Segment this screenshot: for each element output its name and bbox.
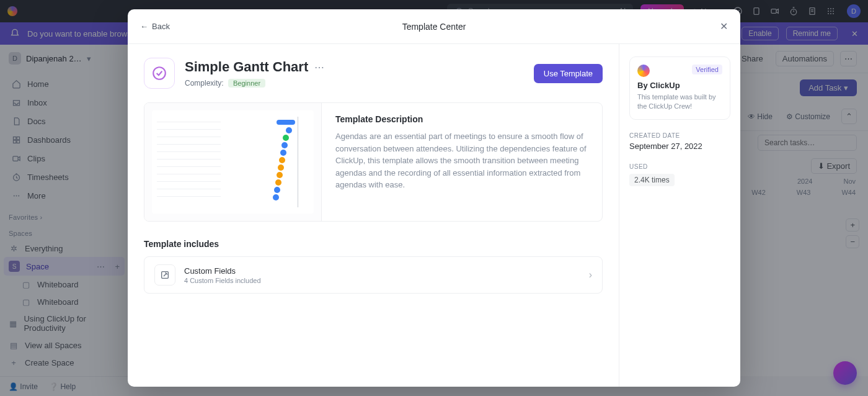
- template-icon: [144, 58, 175, 89]
- include-item-custom-fields[interactable]: Custom Fields 4 Custom Fields included ›: [144, 256, 603, 294]
- author-description: This template was built by the ClickUp C…: [637, 92, 722, 112]
- template-name: Simple Gantt Chart: [185, 59, 308, 75]
- clickup-logo-icon: [637, 65, 650, 77]
- template-center-modal: ← Back Template Center ✕ Simple Gantt Ch…: [128, 9, 740, 387]
- description-heading: Template Description: [335, 114, 588, 124]
- created-date-label: CREATED DATE: [629, 132, 730, 139]
- complexity-badge: Beginner: [228, 79, 265, 88]
- custom-fields-icon: [154, 264, 175, 286]
- svg-point-24: [153, 67, 166, 79]
- modal-overlay: ← Back Template Center ✕ Simple Gantt Ch…: [0, 0, 868, 396]
- close-button[interactable]: ✕: [720, 20, 728, 32]
- arrow-left-icon: ←: [140, 22, 148, 31]
- modal-title: Template Center: [402, 22, 466, 32]
- use-template-button[interactable]: Use Template: [534, 64, 603, 83]
- verified-badge: Verified: [692, 65, 722, 74]
- used-count: 2.4K times: [629, 174, 675, 186]
- created-date-value: September 27, 2022: [629, 142, 730, 151]
- used-label: USED: [629, 163, 730, 170]
- more-dots-icon[interactable]: ⋯: [314, 61, 324, 73]
- author-card: Verified By ClickUp This template was bu…: [629, 56, 730, 120]
- complexity-label: Complexity:: [185, 79, 224, 88]
- back-button[interactable]: ← Back: [140, 22, 170, 31]
- include-title: Custom Fields: [184, 266, 580, 276]
- include-subtitle: 4 Custom Fields included: [184, 277, 580, 284]
- includes-heading: Template includes: [144, 239, 603, 249]
- author-name: By ClickUp: [637, 81, 722, 90]
- template-preview-thumbnail: [144, 103, 322, 221]
- chevron-right-icon: ›: [589, 269, 592, 281]
- description-body: Agendas are an essential part of meeting…: [335, 130, 588, 191]
